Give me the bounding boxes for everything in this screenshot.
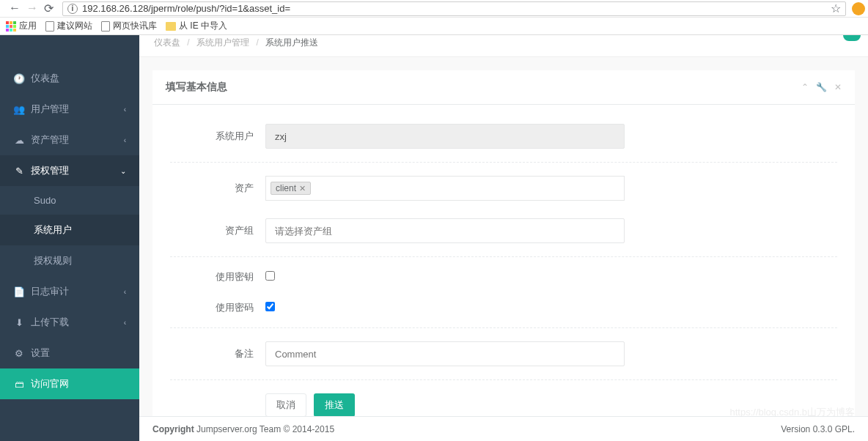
bookmark-quick[interactable]: 网页快讯库 <box>101 20 157 32</box>
sidebar-item-upload-download[interactable]: ⬇上传下载‹ <box>0 307 139 338</box>
chevron-left-icon: ‹ <box>124 105 126 114</box>
input-comment[interactable] <box>265 341 625 366</box>
sidebar-item-visit-site[interactable]: 🗃访问官网 <box>0 368 139 399</box>
input-asset-group[interactable] <box>265 218 625 243</box>
chevron-left-icon: ‹ <box>124 136 126 144</box>
users-icon: 👥 <box>13 104 25 115</box>
cloud-icon: ☁ <box>13 135 25 146</box>
sidebar-item-perm-rule[interactable]: 授权规则 <box>0 245 139 276</box>
checkbox-use-password[interactable] <box>265 302 275 311</box>
file-icon <box>101 21 110 32</box>
label-comment: 备注 <box>170 347 265 360</box>
sidebar-item-asset-mgmt[interactable]: ☁资产管理‹ <box>0 125 139 155</box>
input-sys-user <box>265 124 625 149</box>
version-text: Version 0.3.0 GPL. <box>781 424 855 434</box>
collapse-icon[interactable]: ⌃ <box>801 82 809 92</box>
folder-icon <box>166 22 176 31</box>
bookmark-bar: 应用 建议网站 网页快讯库 从 IE 中导入 <box>0 18 868 35</box>
checkbox-use-key[interactable] <box>265 271 275 281</box>
sidebar-item-user-mgmt[interactable]: 👥用户管理‹ <box>0 94 139 125</box>
bookmark-apps[interactable]: 应用 <box>6 20 37 32</box>
main-content: 仪表盘 / 系统用户管理 / 系统用户推送 填写基本信息 ⌃ 🔧 ✕ 系统用户 <box>139 35 868 441</box>
cancel-button[interactable]: 取消 <box>265 393 306 417</box>
asset-tag[interactable]: client✕ <box>271 182 311 195</box>
label-asset-group: 资产组 <box>170 224 265 237</box>
archive-icon: 🗃 <box>13 379 25 390</box>
file-icon <box>45 21 54 32</box>
file-icon: 📄 <box>13 286 25 297</box>
wrench-icon[interactable]: 🔧 <box>816 82 827 92</box>
back-icon[interactable]: ← <box>9 1 21 15</box>
asset-tag-input[interactable]: client✕ <box>265 176 625 201</box>
breadcrumb: 仪表盘 / 系统用户管理 / 系统用户推送 <box>139 35 868 57</box>
chevron-left-icon: ‹ <box>124 319 126 327</box>
page-footer: Copyright Jumpserver.org Team © 2014-201… <box>139 416 868 441</box>
address-bar[interactable]: i 192.168.26.128/jperm/role/push/?id=1&a… <box>62 1 846 16</box>
bookmark-suggest[interactable]: 建议网站 <box>45 20 92 32</box>
download-icon: ⬇ <box>13 317 25 328</box>
browser-toolbar: ← → ⟳ i 192.168.26.128/jperm/role/push/?… <box>0 0 868 18</box>
edit-icon: ✎ <box>13 166 25 177</box>
chevron-down-icon: ⌄ <box>120 167 126 175</box>
breadcrumb-dashboard[interactable]: 仪表盘 <box>154 37 180 48</box>
reload-icon[interactable]: ⟳ <box>44 1 54 15</box>
close-icon[interactable]: ✕ <box>834 82 842 92</box>
bookmark-star-icon[interactable]: ☆ <box>831 1 841 15</box>
breadcrumb-mgmt[interactable]: 系统用户管理 <box>196 37 249 48</box>
panel-title: 填写基本信息 <box>166 81 227 94</box>
forward-icon: → <box>26 1 38 15</box>
dashboard-icon: 🕐 <box>13 73 25 84</box>
label-use-key: 使用密钥 <box>170 270 265 284</box>
info-icon[interactable]: i <box>67 4 78 14</box>
url-text: 192.168.26.128/jperm/role/push/?id=1&ass… <box>82 3 290 14</box>
bookmark-ie-import[interactable]: 从 IE 中导入 <box>166 20 227 32</box>
sidebar-item-sysuser[interactable]: 系统用户 <box>0 215 139 245</box>
label-asset: 资产 <box>170 182 265 195</box>
sidebar-item-settings[interactable]: ⚙设置 <box>0 338 139 368</box>
label-use-password: 使用密码 <box>170 301 265 314</box>
sidebar: 🕐仪表盘 👥用户管理‹ ☁资产管理‹ ✎授权管理⌄ Sudo 系统用户 授权规则… <box>0 35 139 441</box>
sidebar-item-sudo[interactable]: Sudo <box>0 186 139 215</box>
label-sys-user: 系统用户 <box>170 130 265 143</box>
chevron-left-icon: ‹ <box>124 288 126 296</box>
sidebar-item-dashboard[interactable]: 🕐仪表盘 <box>0 63 139 94</box>
sidebar-item-perm-mgmt[interactable]: ✎授权管理⌄ <box>0 155 139 186</box>
sidebar-item-log-audit[interactable]: 📄日志审计‹ <box>0 276 139 307</box>
submit-button[interactable]: 推送 <box>314 393 355 417</box>
apps-icon <box>6 21 16 32</box>
breadcrumb-current: 系统用户推送 <box>265 37 318 48</box>
profile-avatar[interactable] <box>852 2 865 15</box>
gear-icon: ⚙ <box>13 348 25 359</box>
remove-tag-icon[interactable]: ✕ <box>299 184 306 193</box>
form-panel: 填写基本信息 ⌃ 🔧 ✕ 系统用户 资产 client✕ <box>152 70 855 441</box>
